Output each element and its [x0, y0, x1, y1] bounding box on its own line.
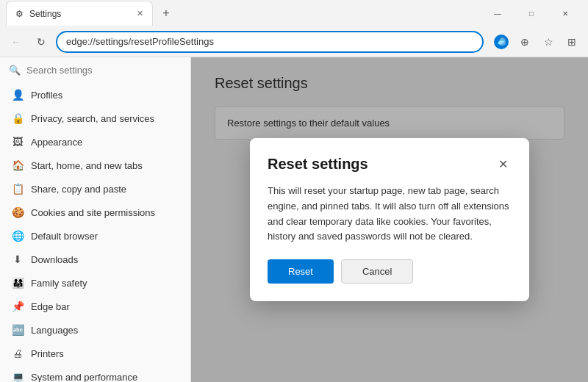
sidebar-item-label: Cookies and site permissions [31, 207, 155, 218]
sidebar-item-family[interactable]: 👨‍👩‍👧 Family safety [0, 271, 190, 295]
dialog-footer: Reset Cancel [268, 259, 512, 284]
maximize-button[interactable]: □ [514, 0, 548, 26]
sidebar-item-printers[interactable]: 🖨 Printers [0, 342, 190, 365]
edge-logo-icon [491, 32, 512, 52]
tab-favicon: ⚙ [15, 9, 24, 19]
sidebar-item-label: Start, home, and new tabs [31, 160, 143, 171]
close-button[interactable]: ✕ [548, 0, 582, 26]
toolbar-icons: ⊕ ☆ ⊞ [491, 32, 582, 52]
reset-confirm-button[interactable]: Reset [268, 259, 334, 284]
tab-close-button[interactable]: ✕ [137, 9, 143, 18]
tab-title: Settings [29, 9, 61, 19]
downloads-icon: ⬇ [12, 253, 24, 265]
cancel-button[interactable]: Cancel [341, 259, 413, 284]
address-input[interactable] [56, 31, 484, 53]
browser-icon: 🌐 [12, 230, 24, 242]
reset-dialog: Reset settings ✕ This will reset your st… [250, 138, 529, 301]
sidebar-item-label: Share, copy and paste [31, 184, 126, 195]
printers-icon: 🖨 [12, 347, 24, 359]
browser-chrome: ⚙ Settings ✕ + — □ ✕ ← ↻ ⊕ ☆ ⊞ [0, 0, 588, 57]
minimize-button[interactable]: — [481, 0, 514, 26]
sidebar-item-label: System and performance [31, 372, 137, 383]
share-icon: 📋 [12, 183, 24, 195]
sidebar-item-label: Languages [31, 325, 78, 336]
dialog-title: Reset settings [268, 156, 368, 173]
sidebar-item-cookies[interactable]: 🍪 Cookies and site permissions [0, 201, 190, 224]
cookies-icon: 🍪 [12, 206, 24, 218]
dialog-close-button[interactable]: ✕ [494, 156, 512, 173]
family-icon: 👨‍👩‍👧 [12, 277, 24, 289]
main-layout: 🔍 👤 Profiles 🔒 Privacy, search, and serv… [0, 57, 588, 382]
search-icon: 🔍 [9, 65, 21, 76]
sidebar-item-default-browser[interactable]: 🌐 Default browser [0, 224, 190, 248]
content-area: Reset settings Restore settings to their… [191, 57, 588, 382]
privacy-icon: 🔒 [12, 112, 24, 124]
dialog-body: This will reset your startup page, new t… [268, 184, 512, 245]
sidebar-item-label: Printers [31, 348, 64, 359]
back-button[interactable]: ← [6, 32, 26, 52]
extensions-icon[interactable]: ⊕ [514, 32, 535, 52]
sidebar-item-label: Default browser [31, 231, 98, 242]
sidebar-item-label: Privacy, search, and services [31, 113, 154, 124]
edge-bar-icon: 📌 [12, 300, 24, 312]
favorites-icon[interactable]: ☆ [538, 32, 559, 52]
active-tab[interactable]: ⚙ Settings ✕ [6, 1, 153, 26]
collections-icon[interactable]: ⊞ [562, 32, 582, 52]
sidebar-item-profiles[interactable]: 👤 Profiles [0, 83, 190, 107]
profiles-icon: 👤 [12, 89, 24, 101]
sidebar-item-label: Downloads [31, 254, 78, 265]
dialog-header: Reset settings ✕ [268, 156, 512, 173]
window-controls: — □ ✕ [481, 0, 582, 26]
refresh-button[interactable]: ↻ [31, 32, 51, 52]
modal-overlay: Reset settings ✕ This will reset your st… [191, 57, 588, 382]
new-tab-button[interactable]: + [156, 3, 176, 24]
sidebar-item-appearance[interactable]: 🖼 Appearance [0, 130, 190, 154]
sidebar-item-edge-bar[interactable]: 📌 Edge bar [0, 295, 190, 318]
search-input[interactable] [26, 65, 182, 76]
languages-icon: 🔤 [12, 324, 24, 336]
home-icon: 🏠 [12, 159, 24, 171]
sidebar: 🔍 👤 Profiles 🔒 Privacy, search, and serv… [0, 57, 191, 382]
search-box[interactable]: 🔍 [0, 57, 190, 83]
address-bar-row: ← ↻ ⊕ ☆ ⊞ [0, 26, 588, 57]
sidebar-item-privacy[interactable]: 🔒 Privacy, search, and services [0, 107, 190, 130]
sidebar-item-system[interactable]: 💻 System and performance [0, 365, 190, 382]
tab-bar: ⚙ Settings ✕ + — □ ✕ [0, 0, 588, 26]
sidebar-item-start-home[interactable]: 🏠 Start, home, and new tabs [0, 154, 190, 177]
sidebar-item-label: Appearance [31, 137, 82, 148]
sidebar-item-label: Family safety [31, 278, 87, 289]
sidebar-item-downloads[interactable]: ⬇ Downloads [0, 248, 190, 271]
sidebar-item-label: Profiles [31, 90, 62, 101]
system-icon: 💻 [12, 371, 24, 382]
sidebar-item-languages[interactable]: 🔤 Languages [0, 318, 190, 342]
appearance-icon: 🖼 [12, 136, 24, 148]
sidebar-item-share[interactable]: 📋 Share, copy and paste [0, 177, 190, 201]
sidebar-item-label: Edge bar [31, 301, 70, 312]
